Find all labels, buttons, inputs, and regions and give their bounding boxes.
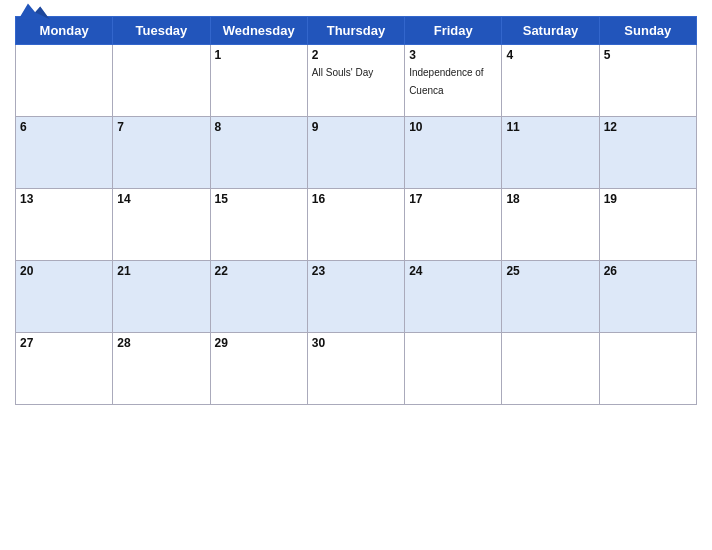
weekday-header: Sunday: [599, 17, 696, 45]
day-number: 20: [20, 264, 108, 278]
day-number: 8: [215, 120, 303, 134]
day-number: 21: [117, 264, 205, 278]
day-number: 17: [409, 192, 497, 206]
day-number: 9: [312, 120, 400, 134]
calendar-day-cell: 3Independence of Cuenca: [405, 45, 502, 117]
calendar-day-cell: 30: [307, 333, 404, 405]
day-number: 5: [604, 48, 692, 62]
day-number: 13: [20, 192, 108, 206]
day-number: 26: [604, 264, 692, 278]
calendar-day-cell: 1: [210, 45, 307, 117]
calendar-day-cell: 14: [113, 189, 210, 261]
calendar-day-cell: 28: [113, 333, 210, 405]
weekday-header: Friday: [405, 17, 502, 45]
calendar-day-cell: 12: [599, 117, 696, 189]
day-number: 4: [506, 48, 594, 62]
day-number: 7: [117, 120, 205, 134]
calendar-day-cell: 8: [210, 117, 307, 189]
calendar-day-cell: 2All Souls' Day: [307, 45, 404, 117]
day-number: 15: [215, 192, 303, 206]
calendar-day-cell: 4: [502, 45, 599, 117]
calendar-container: MondayTuesdayWednesdayThursdayFridaySatu…: [0, 0, 712, 550]
calendar-day-cell: 6: [16, 117, 113, 189]
calendar-day-cell: 24: [405, 261, 502, 333]
calendar-week-row: 12All Souls' Day3Independence of Cuenca4…: [16, 45, 697, 117]
calendar-day-cell: [113, 45, 210, 117]
calendar-day-cell: 17: [405, 189, 502, 261]
day-number: 6: [20, 120, 108, 134]
calendar-day-cell: 13: [16, 189, 113, 261]
calendar-day-cell: 16: [307, 189, 404, 261]
calendar-day-cell: [599, 333, 696, 405]
day-number: 30: [312, 336, 400, 350]
day-number: 23: [312, 264, 400, 278]
calendar-thead: MondayTuesdayWednesdayThursdayFridaySatu…: [16, 17, 697, 45]
calendar-day-cell: 23: [307, 261, 404, 333]
calendar-day-cell: 27: [16, 333, 113, 405]
weekday-header-row: MondayTuesdayWednesdayThursdayFridaySatu…: [16, 17, 697, 45]
calendar-day-cell: 22: [210, 261, 307, 333]
day-number: 29: [215, 336, 303, 350]
calendar-day-cell: 21: [113, 261, 210, 333]
calendar-day-cell: [502, 333, 599, 405]
day-event: Independence of Cuenca: [409, 67, 484, 96]
calendar-day-cell: 7: [113, 117, 210, 189]
calendar-day-cell: 25: [502, 261, 599, 333]
day-number: 16: [312, 192, 400, 206]
calendar-day-cell: 11: [502, 117, 599, 189]
calendar-day-cell: [405, 333, 502, 405]
day-number: 24: [409, 264, 497, 278]
calendar-day-cell: [16, 45, 113, 117]
weekday-header: Thursday: [307, 17, 404, 45]
calendar-day-cell: 26: [599, 261, 696, 333]
calendar-body: 12All Souls' Day3Independence of Cuenca4…: [16, 45, 697, 405]
day-number: 27: [20, 336, 108, 350]
calendar-day-cell: 15: [210, 189, 307, 261]
calendar-day-cell: 18: [502, 189, 599, 261]
day-number: 19: [604, 192, 692, 206]
calendar-day-cell: 5: [599, 45, 696, 117]
day-number: 18: [506, 192, 594, 206]
day-number: 2: [312, 48, 400, 62]
weekday-header: Saturday: [502, 17, 599, 45]
day-number: 1: [215, 48, 303, 62]
logo: [15, 0, 51, 24]
day-number: 12: [604, 120, 692, 134]
day-number: 11: [506, 120, 594, 134]
calendar-week-row: 6789101112: [16, 117, 697, 189]
calendar-table: MondayTuesdayWednesdayThursdayFridaySatu…: [15, 16, 697, 405]
day-number: 28: [117, 336, 205, 350]
calendar-week-row: 27282930: [16, 333, 697, 405]
calendar-week-row: 20212223242526: [16, 261, 697, 333]
day-number: 10: [409, 120, 497, 134]
logo-icon: [15, 0, 51, 24]
day-number: 3: [409, 48, 497, 62]
weekday-header: Tuesday: [113, 17, 210, 45]
calendar-day-cell: 10: [405, 117, 502, 189]
day-number: 22: [215, 264, 303, 278]
calendar-day-cell: 19: [599, 189, 696, 261]
calendar-week-row: 13141516171819: [16, 189, 697, 261]
calendar-day-cell: 29: [210, 333, 307, 405]
calendar-day-cell: 20: [16, 261, 113, 333]
day-event: All Souls' Day: [312, 67, 373, 78]
calendar-day-cell: 9: [307, 117, 404, 189]
weekday-header: Wednesday: [210, 17, 307, 45]
day-number: 25: [506, 264, 594, 278]
day-number: 14: [117, 192, 205, 206]
